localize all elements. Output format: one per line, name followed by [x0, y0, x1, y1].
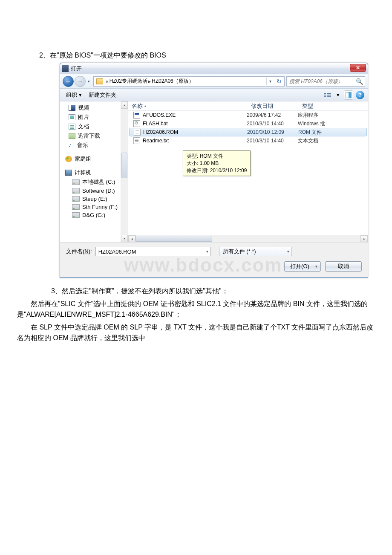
search-icon: 🔍 — [356, 78, 363, 85]
file-name: Readme.txt — [143, 138, 169, 144]
tooltip-type: 类型: ROM 文件 — [187, 153, 247, 160]
nav-label: 计算机 — [75, 169, 91, 176]
nav-label: 图片 — [78, 113, 89, 121]
navpane-scrollbar[interactable]: ▴ ▾ — [121, 101, 128, 242]
app-icon — [62, 65, 69, 72]
nav-item-drive-c[interactable]: 本地磁盘 (C:) — [60, 177, 128, 187]
nav-item-drive-d[interactable]: Software (D:) — [60, 187, 128, 195]
folder-icon — [96, 78, 103, 84]
column-type[interactable]: 类型 — [299, 102, 368, 110]
forward-button[interactable]: → — [75, 76, 86, 87]
column-name[interactable]: 名称 ▴ — [128, 102, 248, 110]
filename-combobox[interactable]: HZ02A06.ROM ▾ — [95, 247, 210, 256]
chevron-down-icon[interactable]: ▾ — [287, 249, 289, 254]
nav-item-documents[interactable]: 文档 — [60, 122, 128, 131]
toolbar: 组织 ▾ 新建文件夹 ▾ ? — [60, 89, 368, 101]
hscroll-track[interactable] — [135, 235, 360, 242]
breadcrumb-item-1[interactable]: HZ02专用硬激活 — [110, 78, 147, 85]
scroll-left-button[interactable]: ◂ — [128, 235, 135, 242]
close-icon: ✕ — [356, 65, 360, 71]
organize-menu[interactable]: 组织 ▾ — [63, 90, 84, 100]
breadcrumb-item-2[interactable]: HZ02A06（原版） — [152, 78, 194, 85]
instruction-step-3b: 然后再在"SLIC 文件"选中上面提供的 OEM 证书密匙和 SLIC2.1 文… — [17, 298, 375, 320]
nav-item-homegroup[interactable]: 家庭组 — [60, 154, 128, 164]
svg-rect-4 — [324, 96, 326, 97]
nav-label: 迅雷下载 — [78, 132, 100, 140]
change-view-button[interactable] — [322, 90, 334, 100]
nav-item-drive-g[interactable]: D&G (G:) — [60, 211, 128, 219]
back-arrow-icon: ← — [65, 78, 71, 85]
view-dropdown[interactable]: ▾ — [334, 90, 341, 100]
nav-item-computer[interactable]: 计算机 — [60, 168, 128, 177]
file-row[interactable]: HZ02A06.ROM2010/3/10 12:09ROM 文件 — [129, 128, 367, 136]
help-button[interactable]: ? — [356, 91, 364, 99]
nav-label: D&G (G:) — [82, 212, 105, 218]
file-date: 2010/3/10 14:40 — [247, 138, 298, 144]
scroll-thumb[interactable] — [121, 153, 127, 178]
nav-item-pictures[interactable]: 图片 — [60, 113, 128, 122]
forward-arrow-icon: → — [77, 78, 83, 85]
file-list-pane: 名称 ▴ 修改日期 类型 AFUDOS.EXE2009/4/6 17:42应用程… — [128, 101, 368, 242]
back-button[interactable]: ← — [63, 76, 74, 87]
horizontal-scrollbar[interactable]: ◂ ▸ — [128, 235, 368, 242]
nav-item-drive-e[interactable]: Steup (E:) — [60, 195, 128, 203]
instruction-step-2: 2、在"原始 BIOS"一项选中要修改的 BIOS — [39, 51, 375, 60]
svg-rect-3 — [327, 95, 331, 95]
pictures-icon — [69, 114, 75, 120]
nav-item-drive-f[interactable]: Sth Funny (F:) — [60, 203, 128, 211]
sort-asc-icon: ▴ — [144, 104, 146, 108]
file-date: 2010/3/10 12:09 — [247, 129, 298, 135]
open-button[interactable]: 打开(O) ▾ — [284, 261, 321, 272]
refresh-icon: ↻ — [277, 78, 282, 85]
new-folder-button[interactable]: 新建文件夹 — [86, 90, 119, 100]
navigation-pane[interactable]: 视频 图片 文档 迅雷下载 — [60, 101, 128, 242]
file-row[interactable]: AFUDOS.EXE2009/4/6 17:42应用程序 — [128, 111, 368, 119]
nav-label: 家庭组 — [75, 155, 91, 163]
svg-rect-5 — [327, 96, 331, 97]
filename-value: HZ02A06.ROM — [98, 249, 136, 255]
nav-item-music[interactable]: 音乐 — [60, 141, 128, 150]
file-row[interactable]: FLASH.bat2010/3/10 14:40Windows 批 — [128, 119, 368, 128]
recent-locations-dropdown[interactable]: ▾ — [86, 76, 92, 87]
search-input[interactable] — [288, 78, 356, 85]
chevron-down-icon[interactable]: ▾ — [206, 249, 208, 254]
file-type: 文本文档 — [298, 137, 368, 145]
scroll-down-button[interactable]: ▾ — [121, 235, 128, 242]
file-name: AFUDOS.EXE — [143, 112, 176, 118]
file-row[interactable]: Readme.txt2010/3/10 14:40文本文档 — [128, 136, 368, 145]
svg-rect-2 — [324, 95, 326, 95]
titlebar[interactable]: 打开 ✕ — [60, 63, 368, 74]
breadcrumb-dropdown[interactable]: ▾ — [266, 78, 274, 85]
navigation-bar: ← → ▾ « HZ02专用硬激活 ▸ HZ02A06（原版） ▾ ↻ — [60, 74, 368, 89]
computer-icon — [65, 170, 72, 176]
search-box[interactable]: 🔍 — [286, 76, 365, 87]
nav-label: 视频 — [78, 104, 89, 112]
close-button[interactable]: ✕ — [350, 64, 366, 72]
filetype-value: 所有文件 (*.*) — [223, 248, 256, 255]
scroll-up-button[interactable]: ▴ — [121, 101, 128, 109]
chevron-down-icon[interactable]: ▾ — [315, 264, 317, 269]
scroll-right-button[interactable]: ▸ — [360, 235, 368, 242]
breadcrumb-bar[interactable]: « HZ02专用硬激活 ▸ HZ02A06（原版） ▾ ↻ — [93, 76, 285, 87]
file-date: 2009/4/6 17:42 — [247, 112, 298, 118]
drive-icon — [72, 196, 80, 202]
view-icon — [324, 92, 331, 98]
file-icon — [133, 120, 140, 127]
hscroll-thumb[interactable] — [135, 236, 212, 242]
file-tooltip: 类型: ROM 文件 大小: 1.00 MB 修改日期: 2010/3/10 1… — [183, 150, 251, 176]
file-type: Windows 批 — [298, 120, 368, 127]
open-button-label: 打开(O) — [290, 263, 309, 270]
refresh-button[interactable]: ↻ — [275, 78, 282, 85]
preview-pane-toggle[interactable] — [344, 90, 353, 100]
nav-item-xunlei-download[interactable]: 迅雷下载 — [60, 131, 128, 141]
file-date: 2010/3/10 14:40 — [247, 121, 298, 127]
filetype-combobox[interactable]: 所有文件 (*.*) ▾ — [219, 247, 291, 256]
file-type: ROM 文件 — [298, 129, 366, 136]
chevron-right-icon[interactable]: ▸ — [147, 78, 152, 84]
cancel-button[interactable]: 取消 — [325, 261, 362, 272]
nav-item-videos[interactable]: 视频 — [60, 103, 128, 113]
tooltip-date: 修改日期: 2010/3/10 12:09 — [187, 167, 247, 174]
help-icon: ? — [358, 92, 362, 98]
column-date[interactable]: 修改日期 — [248, 102, 299, 110]
breadcrumb-overflow-icon[interactable]: « — [105, 78, 110, 84]
